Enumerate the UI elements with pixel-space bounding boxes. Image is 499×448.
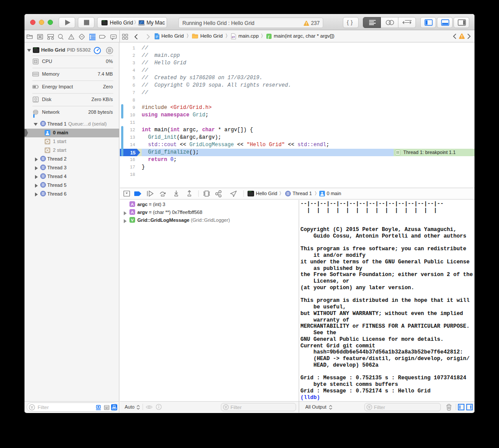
svg-text:A: A bbox=[131, 202, 134, 206]
svg-text:V: V bbox=[131, 217, 134, 222]
svg-text:c+: c+ bbox=[232, 35, 235, 38]
svg-text:A: A bbox=[131, 210, 134, 214]
svg-text:15: 15 bbox=[130, 150, 136, 155]
